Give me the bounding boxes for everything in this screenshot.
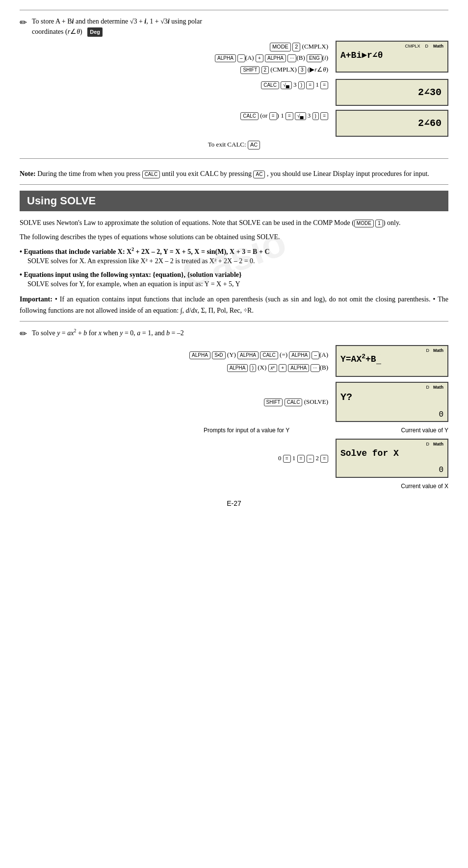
top-section: ✏ To store A + Bi and then determine √3 … xyxy=(20,10,448,159)
cmplx-label: CMPLX xyxy=(405,44,420,49)
note-end: , you should use Linear Display input pr… xyxy=(267,170,429,177)
eq-key6: = xyxy=(283,455,291,463)
alpha-key1: ALPHA xyxy=(215,54,236,62)
intro-row: ✏ To store A + Bi and then determine √3 … xyxy=(20,16,448,37)
result2: 2∠60 xyxy=(339,113,444,133)
to-exit-row: To exit CALC: AC xyxy=(20,141,448,149)
pencil-icon: ✏ xyxy=(20,17,27,28)
calc-area-2: CALC √▄ 3 ) = 1 = 2∠30 xyxy=(20,79,448,106)
intro-text: To store A + Bi and then determine √3 + … xyxy=(32,16,202,37)
screen-yaxb-top: D Math xyxy=(340,348,443,353)
calc-pair3: 0 = 1 = – 2 = D Math Solve for X 0 xyxy=(20,439,448,478)
math-label-e2: Math xyxy=(433,348,443,353)
screen-solve-x: D Math Solve for X 0 xyxy=(336,439,448,478)
x2-key: x² xyxy=(268,364,277,372)
calc-area: MODE 2 (CMPLX) ALPHA –(A) + ALPHA ···(B)… xyxy=(20,41,448,75)
page-number: E-27 xyxy=(20,499,448,507)
exit-text: To exit CALC: xyxy=(208,141,246,148)
alpha-key7: ALPHA xyxy=(288,364,309,372)
example2-intro: To solve y = ax2 + b for x when y = 0, a… xyxy=(32,327,184,338)
screen-top-row: CMPLX D Math xyxy=(340,44,443,49)
eq-key1: = xyxy=(306,81,314,89)
bullet1: • Equations that include variable X: X2 … xyxy=(20,247,448,267)
d-indicator: D xyxy=(425,44,429,49)
eq-key7: = xyxy=(297,455,305,463)
rp-key2: ) xyxy=(312,112,319,120)
shift-key: SHIFT xyxy=(240,66,260,74)
calc-steps-2: CALC √▄ 3 ) = 1 = xyxy=(20,79,336,90)
minus-key2: – xyxy=(312,351,319,359)
screen2: 2∠30 xyxy=(336,79,448,106)
example2-intro-row: ✏ To solve y = ax2 + b for x when y = 0,… xyxy=(20,327,448,339)
sd-key: S•D xyxy=(212,351,225,359)
alpha-key5: ALPHA xyxy=(289,351,310,359)
note-section: Note: During the time from when you pres… xyxy=(20,164,448,185)
calc-key-note: CALC xyxy=(142,171,160,178)
screen-group-1: CMPLX D Math A+Bi►r∠θ xyxy=(336,41,448,73)
calc-steps: MODE 2 (CMPLX) ALPHA –(A) + ALPHA ···(B)… xyxy=(20,41,336,75)
caption-right: Current value of Y xyxy=(401,427,449,434)
bullet2: • Equations input using the following sy… xyxy=(20,271,448,290)
alpha-key6: ALPHA xyxy=(227,364,248,372)
bullet1-title: Equations that include variable X: X2 + … xyxy=(24,248,269,255)
eq-key4: = xyxy=(286,112,293,120)
deg-badge: Deg xyxy=(87,27,103,37)
solve-x-content: Solve for X xyxy=(340,446,443,458)
result1: 2∠30 xyxy=(339,82,444,102)
calc-pair1: ALPHA S•D (Y) ALPHA CALC (=) ALPHA –(A) … xyxy=(20,345,448,377)
two-key: 2 xyxy=(292,43,300,51)
calc-steps-3: CALC (or =) 1 = √▄ 3 ) = xyxy=(20,110,336,121)
plus-key2: + xyxy=(279,364,286,372)
alpha-key2: ALPHA xyxy=(265,54,286,62)
screen-yaxb-content: Y=AX2+B█ xyxy=(340,353,443,364)
steps-left1: ALPHA S•D (Y) ALPHA CALC (=) ALPHA –(A) … xyxy=(20,348,336,374)
eq-key2: = xyxy=(320,81,328,89)
d-label-e2-2: D xyxy=(426,385,430,390)
caption-left: Prompts for input of a value for Y xyxy=(204,427,289,434)
note-body: During the time from when you press xyxy=(37,170,142,177)
bullet2-sub: SOLVE solves for Y, for example, when an… xyxy=(27,279,448,290)
alpha-key3: ALPHA xyxy=(189,351,210,359)
rp-key3: ) xyxy=(250,364,256,372)
calc-key4: CALC xyxy=(285,398,303,406)
rp-key1: ) xyxy=(298,81,305,89)
caption-row1: Prompts for input of a value for Y Curre… xyxy=(20,427,448,434)
minus-key: – xyxy=(237,54,245,62)
eq-key8: = xyxy=(320,455,328,463)
important-text: Important: • If an equation contains inp… xyxy=(20,294,448,316)
example2-section: ✏ To solve y = ax2 + b for x when y = 0,… xyxy=(20,321,448,490)
one-key-solve: 1 xyxy=(375,220,383,227)
screen-y-prompt: D Math Y? 0 xyxy=(336,382,448,422)
math-label: Math xyxy=(433,44,443,49)
dots-key: ··· xyxy=(287,54,296,62)
calc-key2: CALC xyxy=(240,112,259,120)
steps-left3: 0 = 1 = – 2 = xyxy=(20,452,336,465)
eng-key: ENG xyxy=(307,54,322,62)
solve-header: Using SOLVE xyxy=(20,191,448,211)
calc-area-3: CALC (or =) 1 = √▄ 3 ) = 2∠60 xyxy=(20,110,448,137)
note-label: Note: xyxy=(20,170,36,177)
calc-key1: CALC xyxy=(261,81,279,89)
screen-result2: 2∠60 xyxy=(336,110,448,137)
sqrt-key1: √▄ xyxy=(281,81,292,89)
alpha-key4: ALPHA xyxy=(237,351,259,359)
screen-example2-3: D Math Solve for X 0 xyxy=(336,439,448,478)
screen3: 2∠60 xyxy=(336,110,448,137)
shift-key2: SHIFT xyxy=(264,398,283,406)
y-zero: 0 xyxy=(340,403,443,419)
calc-pair2: SHIFT CALC (SOLVE) D Math Y? 0 xyxy=(20,382,448,422)
caption-row2: Current value of X xyxy=(20,483,448,490)
dots-key2: ··· xyxy=(311,364,319,372)
pencil-icon2: ✏ xyxy=(20,328,27,339)
y-prompt-content: Y? xyxy=(340,390,443,403)
solve-para2: The following describes the types of equ… xyxy=(20,231,448,243)
math-label-e2-3: Math xyxy=(433,442,443,446)
d-label-e2: D xyxy=(426,348,430,353)
screen-y-top: D Math xyxy=(340,385,443,390)
calc-key3: CALC xyxy=(260,351,278,359)
eq-key3: = xyxy=(269,112,277,120)
ac-key-note: AC xyxy=(253,171,265,178)
screen-result1: 2∠30 xyxy=(336,79,448,106)
screen-solve-top: D Math xyxy=(340,442,443,446)
math-label-e2-2: Math xyxy=(433,385,443,390)
